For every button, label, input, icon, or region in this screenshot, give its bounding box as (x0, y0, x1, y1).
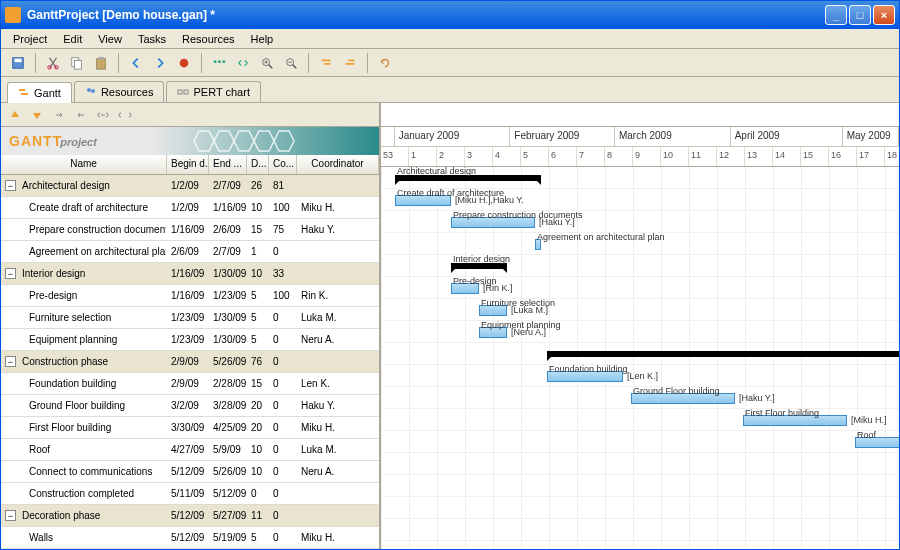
task-row[interactable]: Furniture selection1/23/091/30/0950Luka … (1, 307, 379, 329)
task-comp: 0 (269, 356, 297, 367)
menubar: Project Edit View Tasks Resources Help (1, 29, 899, 49)
nav-forward-icon[interactable] (149, 52, 171, 74)
unlink-task-icon[interactable] (115, 105, 135, 125)
expander-icon[interactable]: − (5, 268, 16, 279)
task-begin: 1/23/09 (167, 312, 209, 323)
col-complete[interactable]: Co... (269, 155, 297, 174)
svg-rect-10 (218, 60, 221, 63)
task-row[interactable]: Construction completed5/11/095/12/0900 (1, 483, 379, 505)
bar-assignee: [Miku H.] (851, 415, 887, 425)
task-row[interactable]: Roof4/27/095/9/09100Luka M. (1, 439, 379, 461)
month-label: January 2009 (395, 127, 511, 146)
refresh-icon[interactable] (374, 52, 396, 74)
task-end: 5/27/09 (209, 510, 247, 521)
expander-icon[interactable]: − (5, 510, 16, 521)
task-row[interactable]: First Floor building3/30/094/25/09200Mik… (1, 417, 379, 439)
col-end[interactable]: End ... (209, 155, 247, 174)
task-comp: 0 (269, 400, 297, 411)
indent-icon[interactable] (315, 52, 337, 74)
task-row[interactable]: −Construction phase2/9/095/26/09760 (1, 351, 379, 373)
task-dur: 20 (247, 400, 269, 411)
task-list-pane: GANTTproject Name Begin d... End ... D..… (1, 103, 381, 549)
cut-icon[interactable] (42, 52, 64, 74)
outdent-task-icon[interactable] (71, 105, 91, 125)
tab-resources[interactable]: Resources (74, 81, 165, 102)
outdent-icon[interactable] (339, 52, 361, 74)
expander-icon[interactable]: − (5, 356, 16, 367)
tab-gantt[interactable]: Gantt (7, 82, 72, 103)
task-row[interactable]: Ground Floor building3/2/093/28/09200Hak… (1, 395, 379, 417)
task-dur: 15 (247, 378, 269, 389)
task-rows[interactable]: −Architectural design1/2/092/7/092681Cre… (1, 175, 379, 549)
resources-icon (85, 86, 97, 98)
save-icon[interactable] (7, 52, 29, 74)
tab-pert[interactable]: PERT chart (166, 81, 260, 102)
maximize-button[interactable]: □ (849, 5, 871, 25)
task-name: Interior design (22, 268, 85, 279)
task-comp: 75 (269, 224, 297, 235)
week-label: 11 (689, 147, 717, 166)
copy-icon[interactable] (66, 52, 88, 74)
task-comp: 0 (269, 488, 297, 499)
link-task-icon[interactable] (93, 105, 113, 125)
week-row: 5312345678910111213141516171819 (381, 147, 899, 166)
task-row[interactable]: Equipment planning1/23/091/30/0950Neru A… (1, 329, 379, 351)
task-comp: 0 (269, 378, 297, 389)
task-dur: 5 (247, 334, 269, 345)
gantt-body[interactable]: Architectural designCreate draft of arch… (381, 167, 899, 549)
bar-label: Agreement on architectural plan (537, 232, 665, 242)
task-end: 2/7/09 (209, 246, 247, 257)
col-name[interactable]: Name (1, 155, 167, 174)
move-down-icon[interactable] (27, 105, 47, 125)
task-row[interactable]: −Architectural design1/2/092/7/092681 (1, 175, 379, 197)
task-comp: 81 (269, 180, 297, 191)
task-name: Agreement on architectural plan (29, 246, 167, 257)
indent-task-icon[interactable] (49, 105, 69, 125)
zoom-in-icon[interactable] (256, 52, 278, 74)
menu-tasks[interactable]: Tasks (130, 31, 174, 47)
minimize-button[interactable]: _ (825, 5, 847, 25)
menu-resources[interactable]: Resources (174, 31, 243, 47)
task-comp: 0 (269, 422, 297, 433)
close-button[interactable]: × (873, 5, 895, 25)
task-begin: 3/30/09 (167, 422, 209, 433)
task-row[interactable]: Walls5/12/095/19/0950Miku H. (1, 527, 379, 549)
nav-back-icon[interactable] (125, 52, 147, 74)
bar-label: Architectural design (397, 167, 476, 176)
zoom-fit-icon[interactable] (232, 52, 254, 74)
expander-icon[interactable]: − (5, 180, 16, 191)
task-dur: 5 (247, 290, 269, 301)
task-row[interactable]: Agreement on architectural plan2/6/092/7… (1, 241, 379, 263)
task-comp: 0 (269, 510, 297, 521)
menu-help[interactable]: Help (243, 31, 282, 47)
task-row[interactable]: Pre-design1/16/091/23/095100Rin K. (1, 285, 379, 307)
col-coordinator[interactable]: Coordinator (297, 155, 379, 174)
col-begin[interactable]: Begin d... (167, 155, 209, 174)
bar-label: First Floor building (745, 408, 819, 418)
view-tabbar: Gantt Resources PERT chart (1, 77, 899, 103)
task-row[interactable]: −Interior design1/16/091/30/091033 (1, 263, 379, 285)
zoom-out-icon[interactable] (280, 52, 302, 74)
task-row[interactable]: Create draft of architecture1/2/091/16/0… (1, 197, 379, 219)
titlebar: GanttProject [Demo house.gan] * _ □ × (1, 1, 899, 29)
task-name: Roof (29, 444, 50, 455)
fit-icon[interactable] (208, 52, 230, 74)
paste-icon[interactable] (90, 52, 112, 74)
pert-icon (177, 86, 189, 98)
goto-today-icon[interactable] (173, 52, 195, 74)
col-duration[interactable]: D... (247, 155, 269, 174)
task-row[interactable]: −Decoration phase5/12/095/27/09110 (1, 505, 379, 527)
bar-label: Ground Floor building (633, 386, 720, 396)
menu-view[interactable]: View (90, 31, 130, 47)
move-up-icon[interactable] (5, 105, 25, 125)
gantt-summary-bar[interactable] (547, 351, 899, 357)
task-row[interactable]: Connect to communications5/12/095/26/091… (1, 461, 379, 483)
logo-band: GANTTproject (1, 127, 379, 155)
task-begin: 5/11/09 (167, 488, 209, 499)
task-dur: 10 (247, 268, 269, 279)
task-row[interactable]: Prepare construction documents1/16/092/6… (1, 219, 379, 241)
task-row[interactable]: Foundation building2/9/092/28/09150Len K… (1, 373, 379, 395)
menu-edit[interactable]: Edit (55, 31, 90, 47)
menu-project[interactable]: Project (5, 31, 55, 47)
month-row: January 2009February 2009March 2009April… (381, 127, 899, 147)
